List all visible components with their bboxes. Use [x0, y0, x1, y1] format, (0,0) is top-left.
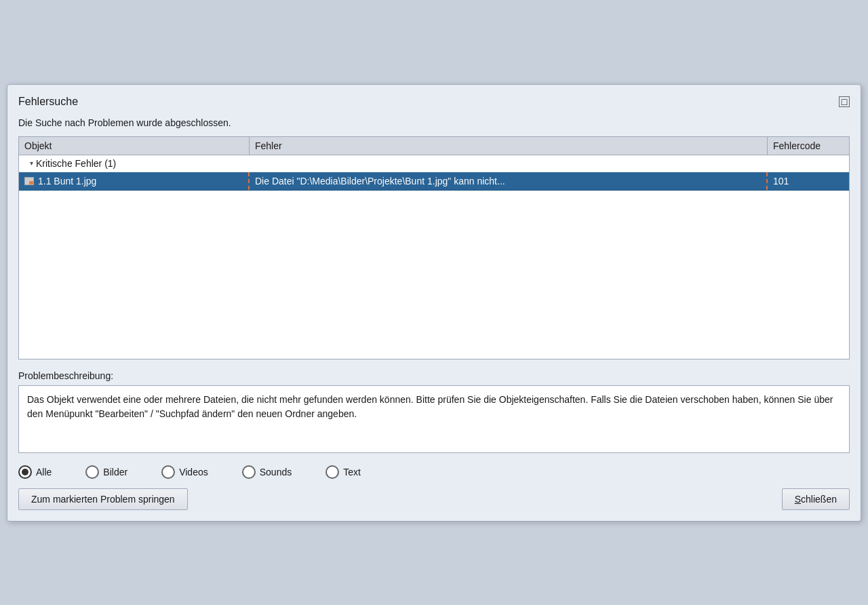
window-minimize-button[interactable]: □: [839, 96, 850, 107]
table-body: ▾ Kritische Fehler (1) 1.1 Bunt 1.jpg Di…: [19, 155, 849, 359]
title-bar: Fehlersuche □: [18, 96, 850, 108]
filter-text[interactable]: Text: [326, 465, 361, 479]
filter-alle[interactable]: Alle: [18, 465, 52, 479]
minimize-icon: □: [842, 96, 847, 107]
cell-fehlercode: 101: [768, 172, 849, 190]
problem-label: Problembeschreibung:: [18, 370, 850, 381]
fehlersuche-dialog: Fehlersuche □ Die Suche nach Problemen w…: [7, 84, 861, 522]
error-table: Objekt Fehler Fehlercode ▾ Kritische Feh…: [18, 136, 850, 359]
close-underline-s: S: [795, 494, 801, 505]
cell-fehler: Die Datei "D:\Media\Bilder\Projekte\Bunt…: [250, 172, 768, 190]
problem-description: Das Objekt verwendet eine oder mehrere D…: [27, 394, 833, 419]
button-row: Zum markierten Problem springen Schließe…: [18, 488, 850, 510]
filter-sounds[interactable]: Sounds: [242, 465, 292, 479]
jump-to-problem-button[interactable]: Zum markierten Problem springen: [18, 488, 188, 510]
radio-videos[interactable]: [161, 465, 175, 479]
table-header: Objekt Fehler Fehlercode: [19, 137, 849, 155]
filter-bilder[interactable]: Bilder: [85, 465, 127, 479]
filter-videos[interactable]: Videos: [161, 465, 208, 479]
image-file-icon: [24, 177, 34, 185]
filter-videos-label: Videos: [179, 467, 208, 477]
expand-icon: ▾: [30, 159, 33, 167]
radio-text[interactable]: [326, 465, 339, 479]
radio-bilder[interactable]: [85, 465, 99, 479]
status-text: Die Suche nach Problemen wurde abgeschlo…: [18, 117, 850, 128]
filter-alle-label: Alle: [36, 467, 52, 477]
dialog-title: Fehlersuche: [18, 96, 78, 108]
col-header-fehler: Fehler: [250, 137, 768, 155]
table-row[interactable]: 1.1 Bunt 1.jpg Die Datei "D:\Media\Bilde…: [19, 172, 849, 191]
col-header-objekt: Objekt: [19, 137, 250, 155]
radio-alle[interactable]: [18, 465, 32, 479]
problem-text: Das Objekt verwendet eine oder mehrere D…: [18, 385, 850, 453]
filter-bilder-label: Bilder: [103, 467, 127, 477]
radio-sounds[interactable]: [242, 465, 256, 479]
cell-objekt: 1.1 Bunt 1.jpg: [19, 172, 250, 190]
filter-row: Alle Bilder Videos Sounds Text: [18, 465, 850, 479]
filter-sounds-label: Sounds: [260, 467, 292, 477]
objekt-value: 1.1 Bunt 1.jpg: [38, 176, 96, 187]
col-header-fehlercode: Fehlercode: [768, 137, 849, 155]
group-label: Kritische Fehler (1): [36, 158, 116, 169]
group-row-kritische-fehler[interactable]: ▾ Kritische Fehler (1): [19, 155, 849, 172]
close-rest: chließen: [801, 494, 837, 505]
close-button[interactable]: Schließen: [782, 488, 850, 510]
filter-text-label: Text: [343, 467, 361, 477]
